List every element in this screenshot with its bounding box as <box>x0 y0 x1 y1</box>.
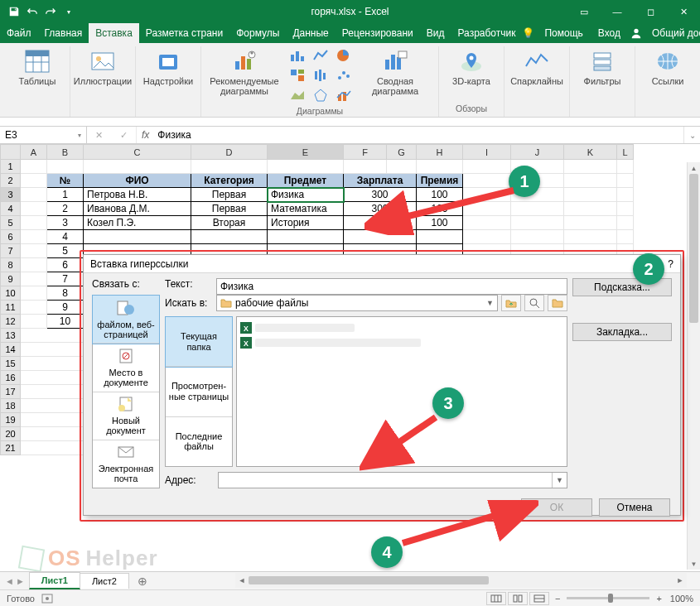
share-button[interactable]: Общий доступ <box>647 27 700 39</box>
linkto-document[interactable]: Место в документе <box>93 344 159 392</box>
chart-line-icon[interactable] <box>309 46 332 65</box>
chart-surface-icon[interactable] <box>286 86 309 104</box>
horizontal-scrollbar[interactable]: ◄► <box>235 573 687 588</box>
file-item[interactable]: X <box>240 335 563 350</box>
filters-button[interactable]: Фильтры <box>575 46 630 88</box>
tab-insert[interactable]: Вставка <box>89 23 139 43</box>
sheet-nav-next-icon[interactable]: ► <box>16 576 25 586</box>
table-header[interactable]: ФИО <box>84 174 191 188</box>
maximize-icon[interactable]: ◻ <box>634 0 667 23</box>
linkto-new-doc[interactable]: Новый документ <box>93 392 159 440</box>
linkto-file-web[interactable]: файлом, веб-страницей <box>93 296 159 344</box>
view-normal-icon[interactable] <box>486 592 506 605</box>
ok-button[interactable]: ОК <box>521 498 592 517</box>
tab-developer[interactable]: Разработчик <box>451 23 522 43</box>
sheet-tab[interactable]: Лист1 <box>29 572 80 589</box>
chart-pie-icon[interactable] <box>332 46 355 65</box>
accept-formula-icon[interactable]: ✓ <box>120 130 128 141</box>
col-header[interactable]: F <box>344 145 387 160</box>
row-header[interactable]: 3 <box>1 188 21 202</box>
minimize-icon[interactable]: — <box>601 0 634 23</box>
cell[interactable]: 300 <box>344 188 417 202</box>
tab-file[interactable]: Файл <box>0 23 38 43</box>
chart-scatter-icon[interactable] <box>332 66 355 84</box>
ribbon-options-icon[interactable]: ▭ <box>567 0 601 23</box>
3d-map-button[interactable]: 3D-карта <box>444 46 499 88</box>
browse-web-icon[interactable] <box>524 295 544 311</box>
file-item[interactable]: X <box>240 320 563 335</box>
formula-input[interactable]: Физика <box>154 129 683 141</box>
sheet-tab[interactable]: Лист2 <box>80 573 129 589</box>
pivot-chart-button[interactable]: Сводная диаграмма <box>357 46 433 98</box>
tab-data[interactable]: Данные <box>286 23 335 43</box>
linkto-email[interactable]: Электронная почта <box>93 440 159 488</box>
qat-customize-icon[interactable]: ▾ <box>61 4 76 19</box>
view-page-layout-icon[interactable] <box>508 592 528 605</box>
chart-stat-icon[interactable] <box>309 66 332 84</box>
zoom-level[interactable]: 100% <box>670 594 693 604</box>
fx-icon[interactable]: fx <box>137 129 154 141</box>
tables-button[interactable]: Таблицы <box>10 46 65 88</box>
name-box[interactable]: E3 <box>0 127 87 143</box>
login-button[interactable]: Вход <box>593 27 625 39</box>
bookmark-button[interactable]: Закладка... <box>572 323 672 341</box>
zoom-slider[interactable] <box>567 597 649 599</box>
zoom-out-icon[interactable]: − <box>555 594 560 604</box>
cell[interactable]: Первая <box>191 188 268 202</box>
links-button[interactable]: Ссылки <box>640 46 695 88</box>
tab-home[interactable]: Главная <box>38 23 89 43</box>
row-header[interactable]: 4 <box>1 202 21 216</box>
cancel-button[interactable]: Отмена <box>599 498 670 517</box>
chart-bar-icon[interactable] <box>286 46 309 65</box>
tab-layout[interactable]: Разметка страни <box>139 23 229 43</box>
col-header[interactable]: E <box>268 145 344 160</box>
cell[interactable]: 1 <box>47 188 84 202</box>
chart-combo-icon[interactable] <box>332 86 355 104</box>
chart-hier-icon[interactable] <box>286 66 309 84</box>
up-folder-icon[interactable] <box>501 295 521 311</box>
tab-current-folder[interactable]: Текущая папка <box>166 317 232 367</box>
table-header[interactable]: Премия <box>417 174 463 188</box>
browse-file-icon[interactable] <box>548 295 567 311</box>
col-header[interactable]: G <box>387 145 417 160</box>
table-header[interactable]: Категория <box>191 174 268 188</box>
macro-record-icon[interactable] <box>41 594 53 604</box>
tab-view[interactable]: Вид <box>420 23 451 43</box>
active-cell[interactable]: Физика <box>268 188 344 202</box>
row-header[interactable]: 1 <box>1 160 21 174</box>
chart-radar-icon[interactable] <box>309 86 332 104</box>
address-dropdown-icon[interactable]: ▼ <box>552 473 567 488</box>
redo-icon[interactable] <box>43 4 58 19</box>
save-icon[interactable] <box>7 4 22 19</box>
new-sheet-icon[interactable]: ⊕ <box>129 575 156 588</box>
sparklines-button[interactable]: Спарклайны <box>509 46 564 88</box>
col-header[interactable]: H <box>417 145 463 160</box>
close-icon[interactable]: ✕ <box>667 0 700 23</box>
addins-button[interactable]: Надстройки <box>141 46 196 88</box>
illustrations-button[interactable]: Иллюстрации <box>75 46 130 88</box>
tab-browsed-pages[interactable]: Просмотрен-ные страницы <box>166 367 232 416</box>
col-header[interactable]: J <box>511 145 564 160</box>
table-header[interactable]: № <box>47 174 84 188</box>
address-input[interactable]: ▼ <box>218 472 567 488</box>
file-list[interactable]: X X <box>236 316 567 467</box>
text-input[interactable] <box>216 278 567 295</box>
table-header[interactable]: Зарплата <box>344 174 417 188</box>
help-button[interactable]: Помощь <box>539 27 587 39</box>
sheet-nav-prev-icon[interactable]: ◄ <box>5 576 14 586</box>
col-header[interactable]: I <box>463 145 511 160</box>
col-header[interactable]: A <box>21 145 47 160</box>
col-header[interactable]: L <box>617 145 634 160</box>
table-header[interactable]: Предмет <box>268 174 344 188</box>
dialog-help-icon[interactable]: ? <box>668 258 673 270</box>
col-header[interactable]: K <box>564 145 617 160</box>
view-page-break-icon[interactable] <box>529 592 549 605</box>
col-header[interactable]: B <box>47 145 84 160</box>
zoom-in-icon[interactable]: + <box>656 594 661 604</box>
undo-icon[interactable] <box>25 4 40 19</box>
cancel-formula-icon[interactable]: ✕ <box>95 130 103 141</box>
cell[interactable]: 100 <box>417 188 463 202</box>
row-header[interactable]: 5 <box>1 216 21 230</box>
tab-formulas[interactable]: Формулы <box>229 23 286 43</box>
vertical-scrollbar[interactable]: ▲▼ <box>687 162 700 570</box>
